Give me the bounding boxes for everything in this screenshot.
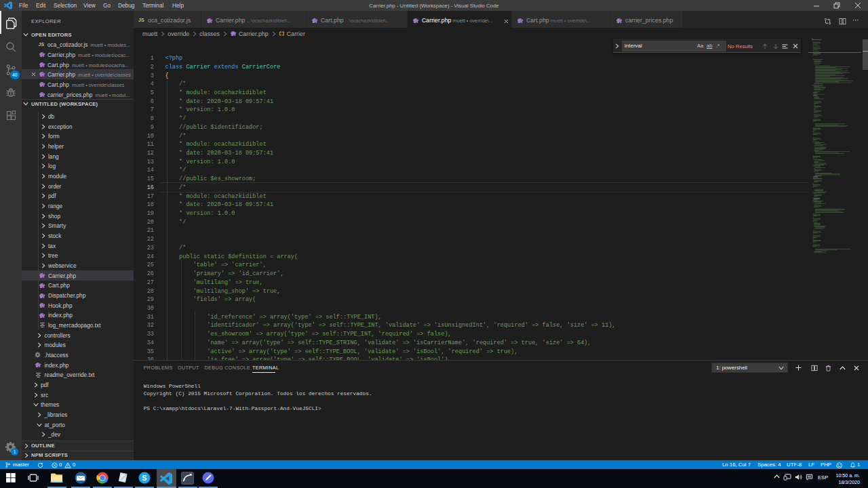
svg-text:S: S — [142, 474, 146, 482]
